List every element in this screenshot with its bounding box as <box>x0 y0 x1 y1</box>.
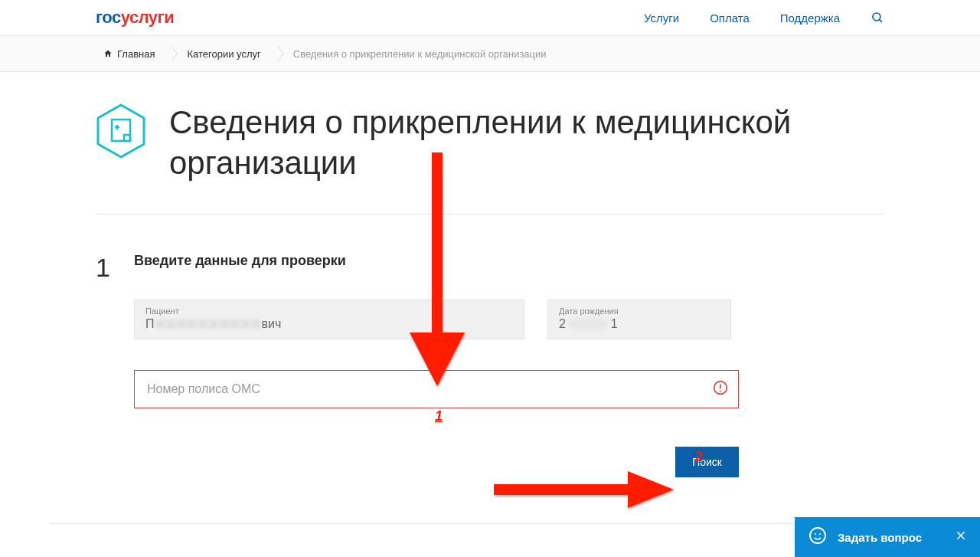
patient-field: Пациент Пвич <box>134 300 524 339</box>
breadcrumb-separator-icon <box>172 45 179 62</box>
service-hex-icon <box>96 103 146 162</box>
redacted-region <box>569 319 607 329</box>
svg-rect-6 <box>124 135 130 141</box>
svg-rect-3 <box>112 120 130 141</box>
patient-value: Пвич <box>145 317 513 331</box>
svg-point-9 <box>720 390 721 392</box>
breadcrumb: Главная Категории услуг Сведения о прикр… <box>50 36 930 71</box>
dob-label: Дата рождения <box>559 306 720 316</box>
breadcrumb-home-label: Главная <box>117 48 155 60</box>
page-title: Сведения о прикреплении к медицинской ор… <box>169 103 884 183</box>
breadcrumb-categories-label: Категории услуг <box>187 48 260 60</box>
logo[interactable]: госуслуги <box>96 8 174 28</box>
breadcrumb-current: Сведения о прикреплении к медицинской ор… <box>286 45 564 62</box>
step-number: 1 <box>96 253 111 283</box>
breadcrumb-separator-icon <box>278 45 286 62</box>
svg-point-0 <box>873 13 880 21</box>
step-title: Введите данные для проверки <box>134 253 884 269</box>
logo-part1: гос <box>96 8 121 27</box>
breadcrumb-home[interactable]: Главная <box>96 45 172 62</box>
nav-services[interactable]: Услуги <box>644 11 679 25</box>
chat-widget[interactable]: Задать вопрос <box>795 517 980 524</box>
home-icon <box>103 49 113 58</box>
breadcrumb-current-label: Сведения о прикреплении к медицинской ор… <box>293 48 547 60</box>
error-icon <box>713 380 728 398</box>
breadcrumb-categories[interactable]: Категории услуг <box>179 45 277 62</box>
svg-line-1 <box>879 19 882 22</box>
oms-number-input[interactable] <box>134 370 739 408</box>
top-nav: Услуги Оплата Поддержка <box>644 11 884 25</box>
dob-field: Дата рождения 2 1 <box>547 300 731 339</box>
patient-label: Пациент <box>145 306 513 316</box>
redacted-region <box>155 319 262 329</box>
search-icon[interactable] <box>871 11 884 25</box>
search-button[interactable]: Поиск <box>675 447 739 477</box>
logo-part2: услуги <box>121 8 175 27</box>
svg-marker-2 <box>98 105 144 157</box>
svg-rect-12 <box>494 484 635 495</box>
nav-support[interactable]: Поддержка <box>780 11 840 25</box>
dob-value: 2 1 <box>559 317 720 331</box>
nav-payment[interactable]: Оплата <box>710 11 750 25</box>
